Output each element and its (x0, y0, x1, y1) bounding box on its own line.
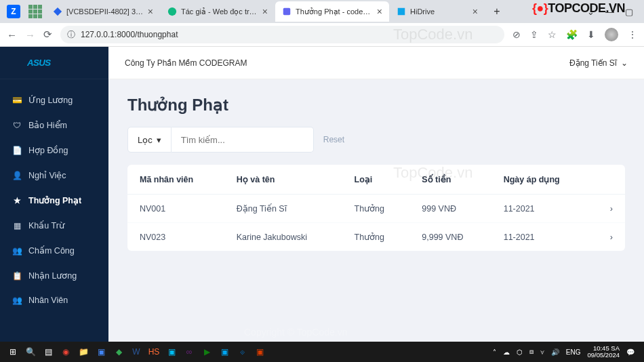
app-icon[interactable]: ▣ (92, 343, 110, 361)
app-icon[interactable]: ⟐ (233, 343, 251, 361)
app-icon[interactable]: HS (145, 343, 163, 361)
search-input[interactable] (172, 127, 314, 153)
forward-button[interactable]: → (25, 29, 35, 41)
browser-tab-2[interactable]: Thưởng Phạt - codegram.pro × (275, 1, 389, 22)
vs-icon[interactable]: ∞ (180, 343, 198, 361)
maximize-icon[interactable]: ▢ (625, 7, 633, 17)
search-icon[interactable]: 🔍 (22, 343, 39, 361)
link-icon[interactable]: ⊘ (512, 29, 521, 40)
chevron-right-icon[interactable]: › (591, 195, 625, 223)
sidebar-item-khau-tru[interactable]: ▦Khấu Trừ (0, 213, 108, 238)
clock[interactable]: 10:45 SA 09/05/2024 (587, 345, 620, 359)
kebab-menu-icon[interactable]: ⋮ (628, 29, 637, 40)
tab-favicon-2 (282, 7, 291, 16)
url-input[interactable]: ⓘ 127.0.0.1:8000/thuongphat (60, 26, 504, 43)
main-area: Công Ty Phần Mềm CODEGRAM Đặng Tiến Sĩ ⌄… (108, 47, 644, 342)
topcode-logo: {●}TOPCODE.VN (532, 1, 625, 16)
cell-id: NV001 (127, 195, 224, 223)
extensions-icon[interactable]: 🧩 (566, 29, 578, 40)
zalo-icon[interactable]: Z (7, 5, 20, 18)
cell-amount: 9,999 VNĐ (409, 223, 491, 252)
app-icon[interactable]: ◆ (110, 343, 127, 361)
tab-close-icon[interactable]: × (377, 6, 382, 17)
language-indicator[interactable]: ENG (566, 348, 581, 356)
browser-tab-0[interactable]: [VCBSDEPII-4802] 3.2. Xử lý gắn × (46, 1, 160, 22)
sidebar-item-nghi-viec[interactable]: 👤Nghỉ Việc (0, 163, 108, 188)
app-icon[interactable]: ▣ (216, 343, 233, 361)
cloud-icon[interactable]: ☁ (503, 348, 510, 356)
chrome-icon[interactable]: ◉ (57, 343, 75, 361)
download-icon[interactable]: ⬇ (587, 29, 595, 40)
cell-amount: 999 VNĐ (409, 195, 491, 223)
filter-bar: Lọc ▾ Reset (127, 127, 625, 153)
people-icon: 👥 (12, 296, 22, 305)
col-employee-id: Mã nhân viên (127, 165, 224, 195)
table-row[interactable]: NV001 Đặng Tiến Sĩ Thưởng 999 VNĐ 11-202… (127, 195, 625, 223)
users-icon: 👥 (12, 246, 22, 256)
chevron-right-icon[interactable]: › (591, 223, 625, 252)
site-info-icon[interactable]: ⓘ (67, 29, 75, 41)
back-button[interactable]: ← (7, 29, 17, 41)
sidebar-item-label: Ứng Lương (28, 95, 73, 105)
sidebar-item-bao-hiem[interactable]: 🛡Bảo Hiểm (0, 113, 108, 138)
tab-close-icon[interactable]: × (262, 6, 268, 17)
cell-type: Thưởng (342, 195, 410, 223)
wifi-icon[interactable]: ⟇ (540, 348, 544, 356)
tray-up-icon[interactable]: ˄ (493, 348, 496, 356)
filter-type-select[interactable]: Lọc ▾ (127, 127, 172, 153)
reset-button[interactable]: Reset (323, 135, 344, 144)
cell-name: Karine Jakubowski (224, 223, 342, 252)
sidebar-item-hop-dong[interactable]: 📄Hợp Đồng (0, 138, 108, 163)
cell-id: NV023 (127, 223, 224, 252)
bluetooth-icon[interactable]: ⧈ (529, 348, 534, 356)
app-icon[interactable]: ▶ (198, 343, 216, 361)
app-icon[interactable]: ▣ (251, 343, 268, 361)
user-menu[interactable]: Đặng Tiến Sĩ ⌄ (569, 58, 628, 68)
app-icon[interactable]: ▣ (163, 343, 180, 361)
bookmark-icon[interactable]: ☆ (548, 29, 557, 40)
sidebar-item-label: Hợp Đồng (28, 145, 68, 155)
svg-text:ASUS: ASUS (27, 58, 51, 68)
col-amount: Số tiền (409, 165, 491, 195)
browser-tab-1[interactable]: Tác giả - Web đọc truyện × (161, 1, 275, 22)
sidebar-item-thuong-phat[interactable]: ★Thưởng Phạt (0, 188, 108, 213)
data-table: Mã nhân viên Họ và tên Loại Số tiền Ngày… (127, 165, 625, 251)
table-row[interactable]: NV023 Karine Jakubowski Thưởng 9,999 VNĐ… (127, 223, 625, 252)
reload-button[interactable]: ⟳ (43, 28, 52, 41)
sidebar: ASUS 💳Ứng Lương 🛡Bảo Hiểm 📄Hợp Đồng 👤Ngh… (0, 47, 108, 342)
profile-avatar[interactable] (605, 28, 618, 41)
brand-logo[interactable]: ASUS (0, 47, 108, 79)
col-date: Ngày áp dụng (491, 165, 592, 195)
chevron-down-icon: ⌄ (621, 58, 628, 68)
tab-close-icon[interactable]: × (472, 6, 478, 17)
task-view-icon[interactable]: ▤ (39, 343, 57, 361)
person-icon: 👤 (12, 171, 22, 180)
col-fullname: Họ và tên (224, 165, 342, 195)
card-icon: 💳 (12, 96, 22, 105)
sidebar-item-nhan-luong[interactable]: 📋Nhận Lương (0, 263, 108, 288)
tab-close-icon[interactable]: × (148, 6, 153, 17)
notification-icon[interactable]: 💬 (626, 348, 635, 356)
tab-title: Tác giả - Web đọc truyện (181, 7, 258, 16)
share-icon[interactable]: ⇪ (530, 29, 538, 40)
user-name: Đặng Tiến Sĩ (569, 58, 617, 68)
cell-name: Đặng Tiến Sĩ (224, 195, 342, 223)
svg-rect-3 (398, 8, 405, 16)
sidebar-item-label: Nghỉ Việc (28, 170, 66, 180)
sidebar-item-cham-cong[interactable]: 👥Chấm Công (0, 238, 108, 263)
explorer-icon[interactable]: 📁 (75, 343, 92, 361)
browser-tab-3[interactable]: HiDrive × (390, 1, 485, 22)
tab-title: Thưởng Phạt - codegram.pro (296, 7, 373, 16)
new-tab-button[interactable]: + (488, 3, 506, 20)
onedrive-icon[interactable]: ⬡ (517, 348, 523, 356)
date-text: 09/05/2024 (587, 352, 620, 359)
content: Thưởng Phạt Lọc ▾ Reset Mã nhân viên Họ … (108, 79, 644, 267)
word-icon[interactable]: W (127, 343, 145, 361)
cell-date: 11-2021 (491, 223, 592, 252)
sidebar-item-nhan-vien[interactable]: 👥Nhân Viên (0, 288, 108, 313)
grid-launcher-icon[interactable] (28, 5, 42, 18)
volume-icon[interactable]: 🔊 (551, 348, 559, 356)
star-icon: ★ (12, 196, 22, 205)
sidebar-item-ung-luong[interactable]: 💳Ứng Lương (0, 87, 108, 113)
start-button[interactable]: ⊞ (4, 343, 22, 361)
